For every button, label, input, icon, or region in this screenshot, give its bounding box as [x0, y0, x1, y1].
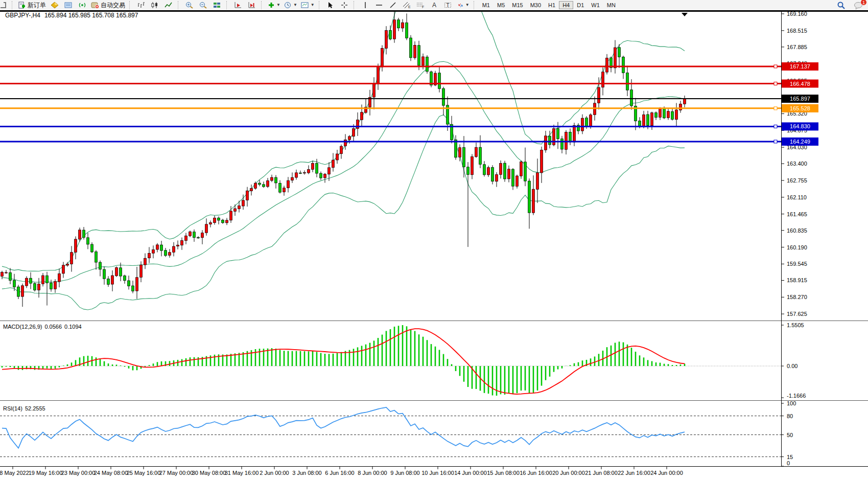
price-axis: 169.160168.515167.885167.248166.595165.3…: [781, 12, 807, 317]
price-badge-value: 166.478: [790, 81, 810, 87]
date-tick: 24 Jun 00:00: [650, 470, 683, 476]
signals-button[interactable]: [76, 0, 89, 10]
indicators-button[interactable]: ▼: [266, 0, 282, 10]
trendline-icon: [389, 2, 396, 9]
timeframe-M30[interactable]: M30: [527, 1, 545, 9]
notifications-button[interactable]: 1: [852, 1, 865, 11]
new-order-button[interactable]: 新订单: [17, 0, 48, 10]
price-tick: 162.110: [787, 194, 807, 200]
price-tick: 161.465: [787, 211, 807, 217]
new-order-icon: [18, 2, 26, 9]
caret-down-icon: ▼: [276, 3, 280, 7]
line-end-marker[interactable]: [774, 82, 777, 85]
timeframe-M1[interactable]: M1: [479, 1, 494, 9]
separator: [178, 1, 181, 9]
timeframe-H1[interactable]: H1: [545, 1, 559, 9]
autotrade-button[interactable]: 自动交易: [89, 0, 127, 10]
crosshair-button[interactable]: [338, 0, 351, 10]
timeframe-M5[interactable]: M5: [494, 1, 508, 9]
date-tick: 22 Jun 16:00: [618, 470, 650, 476]
timeframe-M15[interactable]: M15: [508, 1, 526, 9]
arrows-tool[interactable]: ▼: [455, 0, 471, 10]
line-chart-icon: [165, 2, 173, 9]
cursor-button[interactable]: [324, 0, 337, 10]
date-tick: 23 May 00:00: [61, 470, 96, 476]
price-tick: 159.545: [787, 261, 807, 267]
templates-button[interactable]: ▼: [299, 0, 316, 10]
chart-canvas[interactable]: 169.160168.515167.885167.248166.595165.3…: [0, 12, 868, 480]
separator: [319, 1, 322, 9]
timeframe-H4[interactable]: H4: [559, 1, 573, 9]
date-tick: 19 May 16:00: [29, 470, 63, 476]
timeframe-MN[interactable]: MN: [603, 1, 619, 9]
price-tick: 160.190: [787, 244, 807, 250]
rsi-indicator: [2, 407, 685, 448]
zoom-in-button[interactable]: [183, 0, 196, 10]
timeframe-W1[interactable]: W1: [588, 1, 603, 9]
line-end-marker[interactable]: [774, 125, 777, 128]
bollinger-bands: [2, 12, 685, 310]
candlestick-chart-button[interactable]: [148, 0, 161, 10]
bar-chart-icon: [137, 2, 145, 9]
date-tick: 30 May 08:00: [192, 470, 226, 476]
vertical-line-icon: [362, 2, 368, 9]
clipped-icon: [0, 2, 7, 9]
price-tick: 158.270: [787, 294, 807, 300]
candlestick-chart-icon: [151, 2, 159, 9]
channel-tool[interactable]: E: [400, 0, 413, 10]
rsi-tick: 0: [787, 460, 790, 466]
auto-scroll-button[interactable]: [231, 0, 245, 10]
date-tick: 15 Jun 08:00: [487, 470, 520, 476]
price-tick: 168.515: [787, 28, 807, 34]
search-button[interactable]: [834, 1, 848, 11]
line-chart-button[interactable]: [162, 0, 175, 10]
text-icon: A: [431, 2, 438, 9]
periods-button[interactable]: ▼: [283, 0, 299, 10]
date-axis: 18 May 202219 May 16:0023 May 00:0024 Ma…: [0, 466, 683, 476]
timeframe-D1[interactable]: D1: [573, 1, 588, 9]
price-tick: 157.625: [787, 311, 807, 317]
caret-down-icon: ▼: [311, 3, 315, 7]
date-tick: 21 Jun 08:00: [585, 470, 618, 476]
chart-shift-button[interactable]: [245, 0, 259, 10]
date-tick: 3 Jun 08:00: [292, 470, 322, 476]
tile-windows-button[interactable]: [210, 0, 224, 10]
clipped-toolbar-icon[interactable]: [0, 0, 9, 10]
vertical-line-tool[interactable]: [359, 0, 372, 10]
autotrade-icon: [91, 2, 99, 9]
rsi-axis: 1008050150: [781, 400, 796, 466]
date-tick: 25 May 16:00: [127, 470, 161, 476]
svg-text:A: A: [432, 2, 436, 9]
macd-tick: 1.5505: [787, 322, 804, 328]
bar-chart-button[interactable]: [134, 0, 148, 10]
signals-icon: [78, 2, 86, 9]
line-end-marker[interactable]: [774, 65, 777, 68]
text-label-icon: T: [444, 2, 452, 9]
date-tick: 9 Jun 08:00: [390, 470, 420, 476]
caret-down-icon: ▼: [293, 3, 297, 7]
price-badge-value: 167.137: [790, 63, 810, 70]
market-watch-button[interactable]: [62, 0, 75, 10]
line-end-marker[interactable]: [774, 107, 777, 110]
text-label-tool[interactable]: T: [441, 0, 455, 10]
zoom-out-button[interactable]: [197, 0, 210, 10]
macd-tick: -1.1666: [787, 393, 806, 399]
date-tick: 16 Jun 16:00: [520, 470, 552, 476]
separator: [261, 1, 264, 9]
price-tick: 158.915: [787, 277, 807, 283]
rsi-tick: 80: [787, 413, 793, 419]
date-tick: 18 May 2022: [0, 470, 29, 476]
trendline-tool[interactable]: [386, 0, 400, 10]
chart-shift-icon: [248, 2, 256, 9]
profiles-button[interactable]: [48, 0, 61, 10]
templates-icon: [301, 2, 309, 9]
zoom-out-icon: [199, 2, 207, 9]
text-tool[interactable]: A: [428, 0, 441, 10]
crosshair-icon: [341, 2, 348, 9]
date-tick: 20 Jun 00:00: [552, 470, 585, 476]
rsi-tick: 50: [787, 432, 793, 438]
horizontal-line-tool[interactable]: [372, 0, 386, 10]
line-end-marker[interactable]: [774, 140, 777, 143]
indicators-icon: [268, 2, 275, 9]
fibonacci-tool[interactable]: F: [414, 0, 427, 10]
